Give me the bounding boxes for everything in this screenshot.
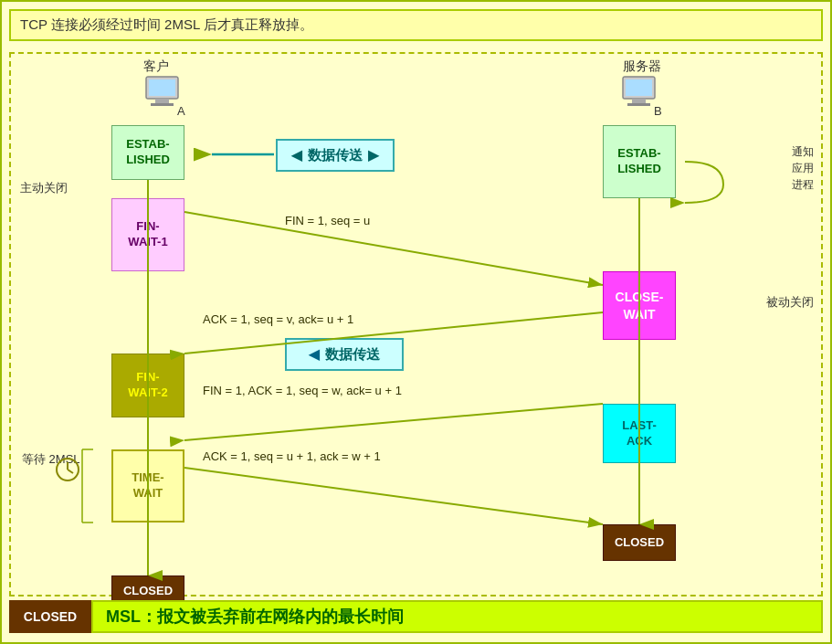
- server-label: 服务器: [623, 58, 661, 75]
- active-close-label: 主动关闭: [20, 180, 68, 196]
- passive-close-label: 被动关闭: [766, 294, 814, 311]
- svg-rect-1: [149, 79, 175, 96]
- label-a: A: [177, 104, 185, 118]
- main-container: TCP 连接必须经过时间 2MSL 后才真正释放掉。 客户 服务器 A B ES…: [0, 0, 832, 644]
- notify-app-label: 通知应用进程: [792, 143, 814, 193]
- svg-rect-2: [155, 99, 169, 103]
- state-last-ack: LAST-ACK: [603, 404, 676, 463]
- msg-ack2: ACK = 1, seq = u + 1, ack = w + 1: [203, 449, 381, 463]
- msg-ack1: ACK = 1, seq = v, ack= u + 1: [203, 312, 353, 326]
- svg-rect-6: [632, 99, 646, 103]
- msl-note: MSL：报文被丢弃前在网络内的最长时间: [91, 600, 823, 633]
- bottom-closed-label: CLOSED: [9, 600, 91, 633]
- data-transfer-box1: ◀数据传送▶: [276, 139, 395, 172]
- state-time-wait: TIME-WAIT: [111, 449, 184, 523]
- state-fin-wait2: FIN-WAIT-2: [111, 354, 184, 417]
- state-closed-server: CLOSED: [603, 524, 676, 561]
- state-fin-wait1: FIN-WAIT-1: [111, 198, 184, 271]
- svg-rect-5: [626, 79, 652, 96]
- state-estab-server: ESTAB-LISHED: [603, 125, 676, 198]
- top-note: TCP 连接必须经过时间 2MSL 后才真正释放掉。: [9, 9, 823, 41]
- state-close-wait: CLOSE-WAIT: [603, 271, 676, 340]
- msg-fin2: FIN = 1, ACK = 1, seq = w, ack= u + 1: [203, 384, 402, 397]
- data-transfer-box2: ◀数据传送: [285, 338, 404, 371]
- bottom-note: CLOSED MSL：报文被丢弃前在网络内的最长时间: [9, 598, 823, 635]
- label-b: B: [654, 104, 662, 118]
- state-estab-client: ESTAB-LISHED: [111, 125, 184, 180]
- svg-rect-7: [627, 103, 650, 106]
- svg-line-26: [68, 470, 73, 473]
- client-label: 客户: [143, 58, 169, 75]
- top-note-text: TCP 连接必须经过时间 2MSL 后才真正释放掉。: [20, 16, 313, 32]
- msg-fin1: FIN = 1, seq = u: [285, 214, 370, 227]
- svg-rect-3: [151, 103, 174, 106]
- clock-icon: [55, 457, 80, 486]
